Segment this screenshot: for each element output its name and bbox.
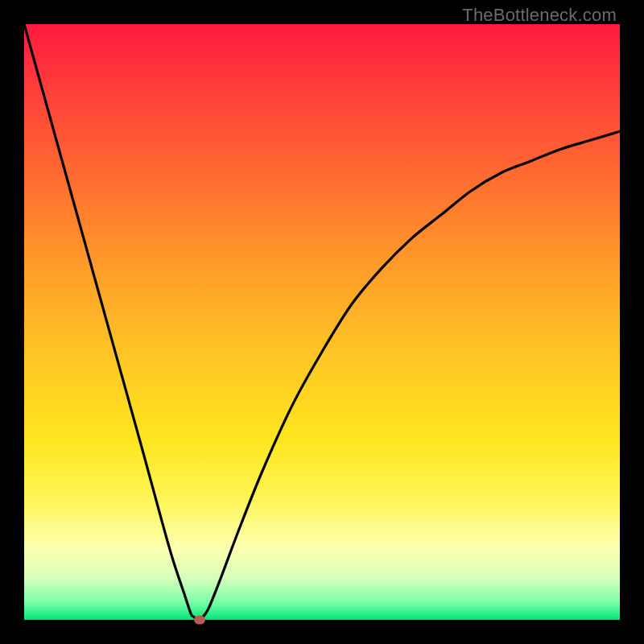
watermark-text: TheBottleneck.com — [462, 5, 617, 26]
optimal-point-marker — [194, 616, 205, 625]
plot-area — [24, 24, 620, 620]
curve-layer — [24, 24, 620, 620]
bottleneck-curve — [24, 24, 620, 620]
chart-frame: TheBottleneck.com — [0, 0, 644, 644]
